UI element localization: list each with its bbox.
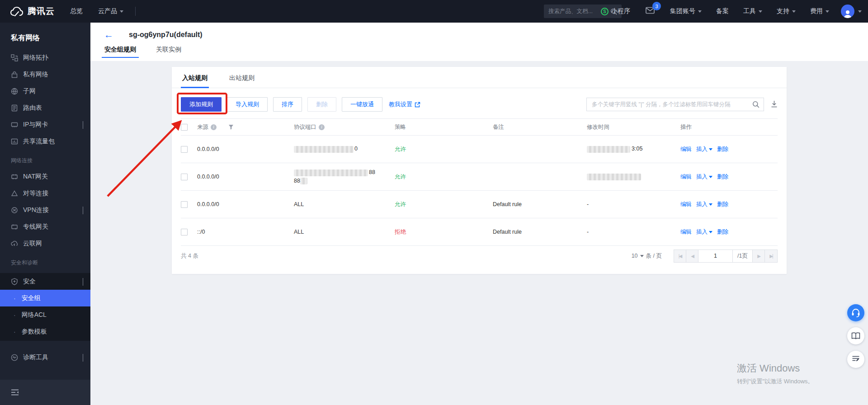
sidebar-item-label: NAT网关	[23, 173, 48, 181]
nav-support[interactable]: 支持	[769, 7, 803, 15]
row-checkbox[interactable]	[181, 146, 188, 153]
nav-icp[interactable]: 备案	[709, 7, 736, 15]
nav-tools[interactable]: 工具	[736, 7, 769, 15]
download-icon[interactable]	[771, 100, 778, 109]
tab-入站规则[interactable]: 入站规则	[182, 67, 208, 88]
sidebar-item-云联网[interactable]: 云联网	[0, 235, 90, 252]
chevron-down-icon	[709, 203, 712, 206]
sidebar-title: 私有网络	[0, 23, 90, 49]
sidebar-item-security[interactable]: 安全	[0, 273, 90, 290]
user-avatar[interactable]	[841, 5, 854, 18]
delete-button[interactable]: 删除	[307, 97, 336, 112]
sort-button[interactable]: 排序	[273, 97, 302, 112]
add-rule-button[interactable]: 添加规则	[181, 97, 222, 112]
search-icon[interactable]	[752, 101, 760, 108]
col-source: 来源	[197, 123, 208, 131]
delete-link[interactable]: 删除	[717, 146, 728, 153]
row-checkbox[interactable]	[181, 229, 188, 235]
feedback-button[interactable]	[847, 351, 864, 368]
policy-value: 允许	[395, 173, 406, 181]
sidebar-item-NAT网关[interactable]: NAT网关	[0, 168, 90, 185]
sidebar-item-私有网络[interactable]: 私有网络	[0, 66, 90, 83]
import-rule-button[interactable]: 导入规则	[227, 97, 268, 112]
nic-icon	[11, 121, 18, 128]
back-arrow-icon[interactable]: ←	[104, 30, 113, 39]
edit-link[interactable]: 编辑	[680, 228, 692, 236]
prev-page-button[interactable]: ◀	[686, 250, 698, 262]
sidebar-subitem-安全组[interactable]: ·安全组	[0, 290, 90, 306]
sidebar-item-子网[interactable]: 子网	[0, 83, 90, 99]
nav-products[interactable]: 云产品	[98, 7, 123, 15]
tab-安全组规则[interactable]: 安全组规则	[104, 46, 136, 58]
bullet-dot: ·	[14, 311, 16, 319]
sidebar-subitem-网络ACL[interactable]: ·网络ACL	[0, 306, 90, 323]
sidebar-item-label: 对等连接	[23, 189, 48, 198]
source-value: ::/0	[197, 229, 205, 235]
info-icon[interactable]: i	[319, 124, 325, 130]
sidebar-group-security: 安全和诊断	[0, 252, 90, 270]
brand-name: 腾讯云	[28, 5, 55, 17]
nav-billing[interactable]: 费用	[803, 7, 836, 15]
table-header-row: 来源 i 协议端口 i 策略 备注 修改时间 操作	[181, 118, 778, 136]
col-notes: 备注	[493, 123, 504, 131]
delete-link[interactable]: 删除	[717, 173, 728, 181]
diagnostic-icon	[11, 354, 18, 361]
sidebar-subitem-参数模板[interactable]: ·参数模板	[0, 323, 90, 340]
sidebar-item-网络拓扑[interactable]: 网络拓扑	[0, 49, 90, 66]
row-checkbox[interactable]	[181, 174, 188, 180]
row-checkbox[interactable]	[181, 201, 188, 208]
tab-关联实例[interactable]: 关联实例	[156, 46, 181, 58]
edit-link[interactable]: 编辑	[680, 201, 692, 208]
nav-overview[interactable]: 总览	[70, 7, 83, 15]
insert-link[interactable]: 插入	[696, 146, 712, 153]
customer-service-button[interactable]	[847, 304, 864, 321]
delete-link[interactable]: 删除	[717, 228, 728, 236]
modified-time: 3:05	[587, 146, 642, 152]
nav-mini-program[interactable]: S 小程序	[594, 7, 637, 15]
page-size-select[interactable]: 10 条 / 页	[632, 252, 662, 260]
insert-link[interactable]: 插入	[696, 173, 712, 181]
documentation-button[interactable]	[847, 327, 864, 344]
redacted-blur	[294, 170, 368, 176]
insert-link[interactable]: 插入	[696, 228, 712, 236]
next-page-button[interactable]: ▶	[753, 250, 765, 262]
sidebar-item-专线网关[interactable]: 专线网关	[0, 218, 90, 235]
sidebar-item-IP与网卡[interactable]: IP与网卡	[0, 116, 90, 133]
info-icon[interactable]: i	[211, 124, 217, 130]
select-all-checkbox[interactable]	[181, 124, 188, 131]
watermark-line2: 转到"设置"以激活 Windows。	[737, 377, 814, 386]
nav-group-account[interactable]: 集团账号	[663, 7, 709, 15]
sidebar-item-diagnostic[interactable]: 诊断工具	[0, 349, 90, 366]
insert-link[interactable]: 插入	[696, 201, 712, 208]
chevron-down-icon	[709, 176, 712, 178]
col-time: 修改时间	[587, 123, 609, 131]
current-page-input[interactable]: 1	[698, 250, 733, 262]
sidebar-item-VPN连接[interactable]: VPN连接	[0, 202, 90, 218]
rules-table: 来源 i 协议端口 i 策略 备注 修改时间 操作 0.0.0.0/00允许3:…	[181, 118, 778, 246]
first-page-button[interactable]: |◀	[674, 250, 686, 262]
tencent-cloud-logo[interactable]: 腾讯云	[10, 5, 55, 17]
rule-search-input[interactable]: 多个关键字用竖线 "|" 分隔，多个过滤标签用回车键分隔	[586, 98, 764, 111]
page-total-label: /1页	[733, 250, 753, 262]
headset-icon	[851, 309, 860, 317]
redacted-blur	[300, 178, 307, 184]
edit-link[interactable]: 编辑	[680, 146, 692, 153]
edit-link[interactable]: 编辑	[680, 173, 692, 181]
sidebar-item-对等连接[interactable]: 对等连接	[0, 185, 90, 202]
delete-link[interactable]: 删除	[717, 201, 728, 208]
sidebar-item-共享流量包[interactable]: 共享流量包	[0, 133, 90, 150]
navbar-right-group: S 小程序 3 集团账号 备案 工具 支持 费用	[594, 0, 868, 23]
notes-value: Default rule	[493, 229, 522, 235]
modified-time	[587, 173, 642, 180]
filter-funnel-icon[interactable]	[228, 124, 234, 130]
redacted-blur	[587, 146, 630, 153]
teach-me-link[interactable]: 教我设置	[389, 100, 420, 108]
nav-messages[interactable]: 3	[637, 7, 663, 16]
last-page-button[interactable]: ▶|	[765, 250, 777, 262]
tab-出站规则[interactable]: 出站规则	[229, 67, 255, 88]
vpc-icon	[11, 71, 18, 78]
open-all-button[interactable]: 一键放通	[342, 97, 382, 112]
sidebar-item-路由表[interactable]: 路由表	[0, 99, 90, 116]
collapse-sidebar-icon[interactable]	[11, 389, 19, 396]
sidebar-item-label: 云联网	[23, 240, 42, 248]
